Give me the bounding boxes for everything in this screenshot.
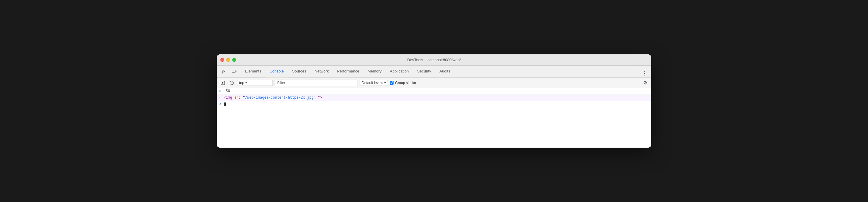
svg-rect-1 xyxy=(235,71,236,72)
console-content: > $0 ← <img src="/web/images/content-htt… xyxy=(217,88,651,148)
console-line-result: ← <img src="/web/images/content-https-2x… xyxy=(217,95,651,101)
html-tag-open: <img xyxy=(224,96,235,100)
console-prompt-1: > xyxy=(219,90,223,93)
filter-input[interactable] xyxy=(275,79,358,86)
html-attr-src: src= xyxy=(235,96,243,100)
cursor-icon-button[interactable] xyxy=(219,67,227,76)
tab-audits[interactable]: Audits xyxy=(435,66,454,77)
tab-performance[interactable]: Performance xyxy=(333,66,363,77)
group-similar-text: Group similar xyxy=(395,81,416,85)
console-cursor xyxy=(224,102,226,106)
more-tabs-button[interactable]: ⋮ xyxy=(641,69,649,77)
levels-arrow: ▾ xyxy=(384,81,386,85)
console-caret: > xyxy=(219,102,221,106)
clear-button[interactable] xyxy=(228,79,235,87)
console-line-input: > $0 xyxy=(217,88,651,95)
traffic-lights xyxy=(220,58,236,62)
clear-icon xyxy=(230,81,234,85)
group-similar-label[interactable]: Group similar xyxy=(390,81,416,85)
device-icon xyxy=(232,69,237,74)
tab-bar-right: ⋮ xyxy=(634,69,649,77)
tab-bar: Elements Console Sources Network Perform… xyxy=(217,66,651,77)
console-text-1: $0 xyxy=(226,89,230,93)
console-result-content: <img src="/web/images/content-https-2x.j… xyxy=(224,96,322,100)
minimize-button[interactable] xyxy=(226,58,230,62)
console-input-line[interactable]: > xyxy=(217,101,651,107)
title-bar: DevTools - localhost:8080/web/ xyxy=(217,54,651,66)
group-similar-checkbox[interactable] xyxy=(390,81,394,85)
levels-label: Default levels xyxy=(362,81,383,85)
html-tag-rest: "> xyxy=(316,96,322,100)
device-icon-button[interactable] xyxy=(230,67,238,76)
tab-memory[interactable]: Memory xyxy=(364,66,386,77)
context-selector[interactable]: top ▾ xyxy=(237,80,273,86)
tab-network[interactable]: Network xyxy=(311,66,333,77)
context-value: top xyxy=(239,81,244,85)
tab-divider xyxy=(638,70,638,76)
execute-button[interactable] xyxy=(219,79,226,87)
settings-button[interactable]: ⚙ xyxy=(642,79,649,87)
html-link[interactable]: /web/images/content-https-2x.jpg xyxy=(245,96,313,100)
tab-sources[interactable]: Sources xyxy=(288,66,311,77)
tab-application[interactable]: Application xyxy=(386,66,413,77)
execute-icon xyxy=(221,81,225,85)
window-title: DevTools - localhost:8080/web/ xyxy=(407,58,461,62)
html-value-quote-open: " xyxy=(243,96,245,100)
devtools-window: DevTools - localhost:8080/web/ Elements xyxy=(217,54,651,148)
settings-icon: ⚙ xyxy=(643,80,647,86)
svg-rect-0 xyxy=(232,70,235,72)
tabs-container: Elements Console Sources Network Perform… xyxy=(241,66,634,77)
cursor-icon xyxy=(221,69,226,74)
console-toolbar: top ▾ Default levels ▾ Group similar ⚙ xyxy=(217,77,651,88)
close-button[interactable] xyxy=(220,58,224,62)
context-arrow: ▾ xyxy=(245,81,247,85)
svg-marker-3 xyxy=(222,82,224,84)
tab-console[interactable]: Console xyxy=(265,66,288,77)
console-result-arrow: ← xyxy=(219,96,221,100)
tab-security[interactable]: Security xyxy=(413,66,435,77)
tab-bar-icons xyxy=(219,66,241,77)
tab-elements[interactable]: Elements xyxy=(241,66,265,77)
levels-button[interactable]: Default levels ▾ xyxy=(360,80,388,86)
maximize-button[interactable] xyxy=(232,58,236,62)
